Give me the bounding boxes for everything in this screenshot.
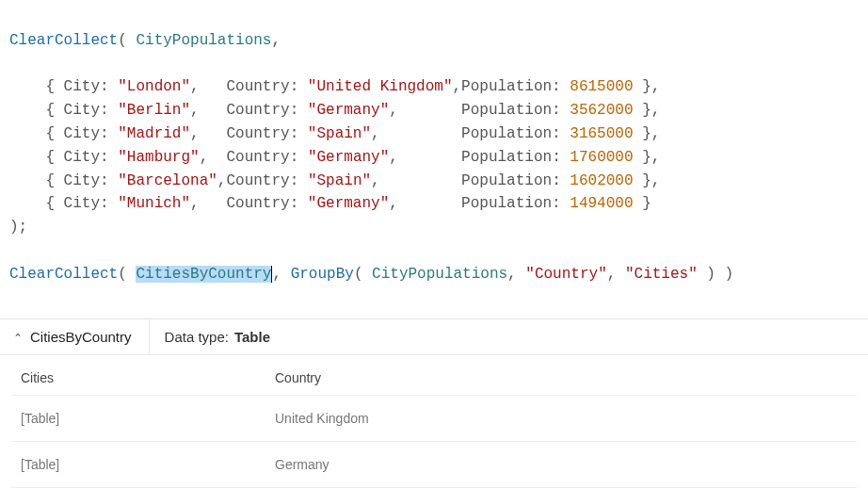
code-line: { City: "Munich", Country: "Germany", Po… bbox=[9, 192, 859, 216]
chevron-up-icon: ⌄ bbox=[13, 331, 23, 344]
col-header-country: Country bbox=[265, 359, 857, 395]
ident-citypopulations: CityPopulations bbox=[372, 266, 507, 283]
ident-citypopulations: CityPopulations bbox=[136, 32, 271, 49]
results-panel: ⌄ CitiesByCountry Data type: Table Citie… bbox=[0, 319, 868, 489]
table-row[interactable]: [Table]United Kingdom bbox=[11, 396, 857, 442]
code-line: ClearCollect( CityPopulations, bbox=[9, 29, 859, 53]
results-table: Cities Country [Table]United Kingdom[Tab… bbox=[0, 355, 868, 489]
code-line: ); bbox=[9, 216, 859, 239]
code-line: { City: "London", Country: "United Kingd… bbox=[9, 75, 859, 99]
code-line: { City: "Madrid", Country: "Spain", Popu… bbox=[9, 122, 859, 146]
cell-cities[interactable]: [Table] bbox=[11, 442, 265, 487]
code-line: { City: "Hamburg", Country: "Germany", P… bbox=[9, 146, 859, 170]
arg-country: "Country" bbox=[525, 266, 606, 283]
results-variable-toggle[interactable]: ⌄ CitiesByCountry bbox=[0, 319, 150, 354]
code-line: { City: "Berlin", Country: "Germany", Po… bbox=[9, 99, 859, 122]
code-line: { City: "Barcelona",Country: "Spain", Po… bbox=[9, 170, 859, 193]
ident-citiesbycountry-selected: CitiesByCountry bbox=[136, 266, 272, 283]
cell-country: Germany bbox=[265, 442, 857, 487]
cell-country: United Kingdom bbox=[265, 396, 857, 441]
arg-cities: "Cities" bbox=[625, 266, 698, 283]
datatype-value: Table bbox=[234, 329, 270, 345]
table-header-row: Cities Country bbox=[11, 359, 857, 396]
results-variable-name: CitiesByCountry bbox=[30, 329, 132, 345]
results-datatype: Data type: Table bbox=[150, 319, 285, 354]
formula-editor[interactable]: ClearCollect( CityPopulations, { City: "… bbox=[0, 0, 868, 319]
table-row[interactable]: [Table]Germany bbox=[11, 442, 857, 488]
col-header-cities: Cities bbox=[11, 359, 265, 395]
cell-cities[interactable]: [Table] bbox=[11, 396, 265, 441]
fn-clearcollect: ClearCollect bbox=[9, 266, 118, 283]
fn-clearcollect: ClearCollect bbox=[9, 32, 118, 49]
code-line: ClearCollect( CitiesByCountry, GroupBy( … bbox=[9, 263, 859, 286]
datatype-label: Data type: bbox=[165, 329, 229, 345]
fn-groupby: GroupBy bbox=[291, 266, 354, 283]
results-header: ⌄ CitiesByCountry Data type: Table bbox=[0, 319, 868, 355]
